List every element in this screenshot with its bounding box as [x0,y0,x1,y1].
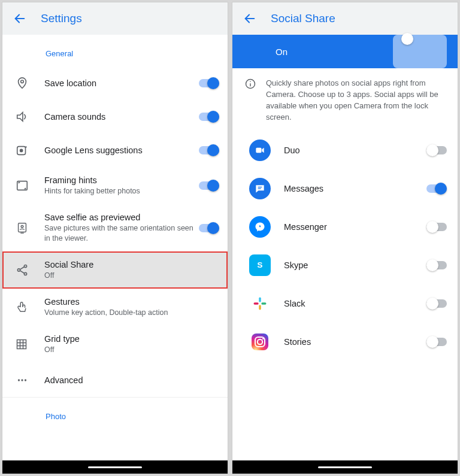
svg-point-5 [25,146,26,147]
home-pill[interactable] [88,466,142,468]
row-save-location[interactable]: Save location [2,66,228,100]
info-icon [244,78,256,90]
duo-icon [249,140,271,161]
gesture-icon [16,301,44,314]
label: Slack [284,299,426,308]
svg-point-20 [18,379,20,381]
toggle-stories[interactable] [426,338,447,346]
svg-rect-33 [259,298,261,302]
toggle-selfie[interactable] [199,224,219,232]
row-gestures[interactable]: Gestures Volume key action, Double-tap a… [2,289,228,326]
app-row-messenger[interactable]: Messenger [232,208,458,246]
instagram-icon [249,331,271,353]
label: Google Lens suggestions [44,145,199,155]
svg-point-40 [262,338,264,340]
row-advanced[interactable]: Advanced [2,363,228,397]
banner-state: On [276,47,288,57]
toggle-save-location[interactable] [199,79,219,87]
info-text: Quickly share photos on social apps righ… [266,78,446,123]
android-navbar [2,460,228,474]
page-title: Settings [41,12,82,25]
app-row-skype[interactable]: S Skype [232,246,458,284]
row-selfie[interactable]: Save selfie as previewed Save pictures w… [2,204,228,251]
app-row-stories[interactable]: Stories [232,323,458,361]
svg-point-12 [24,272,26,275]
toggle-duo[interactable] [426,146,447,154]
app-row-duo[interactable]: Duo [232,131,458,169]
toggle-framing[interactable] [199,181,219,190]
label: Camera sounds [44,112,199,122]
messenger-icon [249,216,271,238]
label: Grid type [44,334,219,344]
feature-banner[interactable]: On [232,35,458,68]
social-share-screen: Social Share On Quickly share photos on … [232,2,458,474]
messages-icon [249,178,271,199]
svg-point-10 [24,265,26,267]
svg-point-1 [21,80,24,83]
svg-marker-28 [262,148,264,153]
row-camera-sounds[interactable]: Camera sounds [2,100,228,134]
app-row-messages[interactable]: Messages [232,169,458,208]
svg-rect-35 [259,305,261,310]
label: Stories [284,337,426,347]
appbar: Social Share [232,2,458,35]
framing-icon [16,179,44,192]
label: Framing hints [44,175,199,185]
svg-point-22 [25,379,26,381]
svg-rect-37 [252,333,268,350]
settings-screen: Settings General Save location Camera so… [2,2,228,474]
skype-icon: S [249,254,271,276]
back-arrow-icon[interactable] [13,12,26,25]
subtitle: Off [44,271,219,280]
android-navbar [232,460,458,474]
toggle-skype[interactable] [426,261,447,269]
lens-icon [16,144,44,157]
toggle-feature[interactable] [393,35,447,68]
row-grid[interactable]: Grid type Off [2,326,228,363]
label: Save location [44,78,199,88]
svg-marker-2 [17,113,23,122]
label: Duo [284,145,426,155]
info-row: Quickly share photos on social apps righ… [232,68,458,131]
svg-point-21 [21,379,23,381]
section-photo: Photo [2,398,228,429]
row-framing[interactable]: Framing hints Hints for taking better ph… [2,167,228,204]
svg-point-11 [17,269,20,271]
slack-icon [249,293,271,314]
grid-icon [16,338,44,350]
toggle-messenger[interactable] [426,223,447,231]
svg-point-8 [21,225,23,228]
section-general: General [2,35,228,66]
app-row-slack[interactable]: Slack [232,284,458,323]
label: Skype [284,260,426,270]
page-title: Social Share [271,12,335,25]
selfie-icon [16,222,44,235]
toggle-messages[interactable] [426,184,447,193]
label: Social Share [44,260,219,269]
svg-rect-34 [261,303,266,305]
svg-rect-27 [256,148,261,153]
subtitle: Hints for taking better photos [44,186,199,196]
svg-point-26 [250,81,251,82]
label: Advanced [44,375,219,385]
svg-point-4 [20,149,23,151]
location-pin-icon [16,77,44,90]
more-icon [16,374,44,387]
svg-text:S: S [258,261,263,270]
subtitle: Off [44,345,219,354]
row-social-share[interactable]: Social Share Off [2,251,228,289]
row-lens[interactable]: Google Lens suggestions [2,134,228,167]
share-icon [16,263,44,277]
svg-rect-36 [254,303,259,305]
back-arrow-icon[interactable] [243,12,256,25]
label: Messenger [284,222,426,232]
label: Save selfie as previewed [44,213,199,222]
appbar: Settings [2,2,228,35]
subtitle: Volume key action, Double-tap action [44,308,219,317]
home-pill[interactable] [318,466,372,468]
toggle-camera-sounds[interactable] [199,113,219,121]
subtitle: Save pictures with the same orientation … [44,223,199,243]
toggle-slack[interactable] [426,299,447,308]
toggle-lens[interactable] [199,146,219,154]
svg-line-13 [20,266,24,269]
